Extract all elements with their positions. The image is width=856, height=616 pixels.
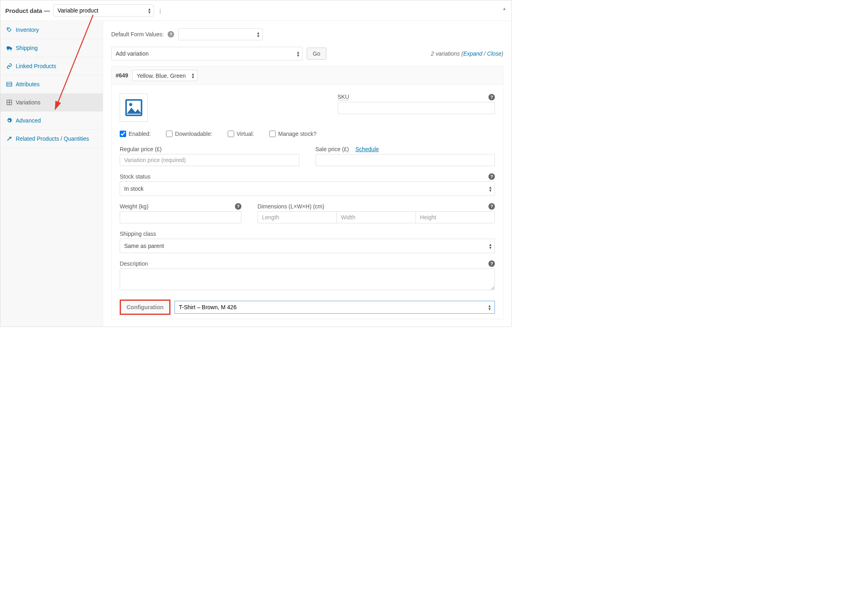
manage-stock-checkbox[interactable]: [269, 131, 276, 137]
variation-header[interactable]: #649 Yellow, Blue, Green ▴▾: [111, 66, 503, 85]
sku-input[interactable]: [338, 102, 495, 114]
default-form-values-label: Default Form Values:: [111, 31, 164, 37]
configuration-select[interactable]: T-Shirt – Brown, M 426: [175, 301, 495, 314]
tab-attributes[interactable]: Attributes: [0, 75, 103, 94]
enabled-checkbox-wrap[interactable]: Enabled:: [120, 131, 151, 137]
enabled-checkbox[interactable]: [120, 131, 126, 137]
configuration-title: Configuration: [120, 300, 170, 315]
shipping-class-label: Shipping class: [120, 231, 156, 237]
tab-advanced[interactable]: Advanced: [0, 112, 103, 130]
weight-input[interactable]: [120, 211, 241, 223]
tab-label: Linked Products: [16, 63, 56, 69]
length-input[interactable]: [258, 211, 337, 223]
tab-label: Attributes: [16, 81, 39, 87]
collapse-panel-icon[interactable]: ▲: [502, 6, 507, 11]
svg-rect-4: [7, 82, 12, 87]
tab-related-products[interactable]: Related Products / Quantities: [0, 130, 103, 148]
sale-price-input[interactable]: [316, 154, 495, 166]
help-icon[interactable]: ?: [488, 203, 495, 210]
regular-price-input[interactable]: [120, 154, 299, 166]
regular-price-label: Regular price (£): [120, 146, 162, 152]
truck-icon: [6, 46, 12, 50]
dimensions-label: Dimensions (L×W×H) (cm): [258, 203, 324, 210]
description-textarea[interactable]: [120, 268, 495, 290]
go-button[interactable]: Go: [307, 48, 326, 60]
manage-stock-checkbox-wrap[interactable]: Manage stock?: [269, 131, 316, 137]
stock-status-select[interactable]: In stock: [120, 181, 495, 196]
help-icon[interactable]: ?: [488, 173, 495, 180]
height-input[interactable]: [416, 211, 495, 223]
downloadable-checkbox[interactable]: [166, 131, 172, 137]
default-form-values-select[interactable]: [178, 28, 263, 40]
tab-variations[interactable]: Variations: [0, 94, 103, 112]
wrench-icon: [6, 136, 12, 142]
help-icon[interactable]: ?: [488, 260, 495, 267]
grid-icon: [6, 100, 12, 105]
sale-price-label: Sale price (£): [316, 146, 349, 152]
tab-label: Variations: [16, 99, 40, 106]
shipping-class-select[interactable]: Same as parent: [120, 239, 495, 253]
tab-linked-products[interactable]: Linked Products: [0, 57, 103, 75]
help-icon[interactable]: ?: [235, 203, 241, 210]
variation-id: #649: [116, 72, 128, 79]
panel-title: Product data —: [5, 7, 50, 14]
variation-action-select[interactable]: Add variation: [111, 47, 303, 60]
svg-point-11: [129, 103, 133, 106]
variations-count-text: 2 variations (Expand / Close): [431, 50, 503, 57]
link-icon: [6, 63, 12, 69]
weight-label: Weight (kg): [120, 203, 148, 210]
gear-icon: [6, 118, 12, 123]
svg-point-0: [8, 28, 8, 29]
tag-icon: [6, 27, 12, 33]
tab-label: Shipping: [16, 45, 38, 51]
expand-link[interactable]: Expand: [463, 50, 482, 57]
product-tabs: Inventory Shipping Linked Products Attri…: [0, 21, 103, 327]
tab-inventory[interactable]: Inventory: [0, 21, 103, 39]
downloadable-checkbox-wrap[interactable]: Downloadable:: [166, 131, 212, 137]
virtual-checkbox[interactable]: [228, 131, 234, 137]
variation-image-upload[interactable]: [120, 94, 148, 122]
list-icon: [6, 82, 12, 87]
sku-label: SKU: [338, 94, 349, 100]
width-input[interactable]: [337, 211, 416, 223]
svg-point-2: [7, 49, 8, 50]
stock-status-label: Stock status: [120, 173, 150, 180]
svg-rect-1: [6, 46, 10, 49]
tab-label: Advanced: [16, 117, 41, 124]
variation-attribute-select[interactable]: Yellow, Blue, Green: [132, 70, 197, 81]
help-icon[interactable]: ?: [168, 31, 174, 37]
tab-shipping[interactable]: Shipping: [0, 39, 103, 57]
help-icon[interactable]: ?: [488, 94, 495, 100]
tab-label: Inventory: [16, 27, 39, 33]
tab-label: Related Products / Quantities: [16, 135, 89, 142]
close-link[interactable]: Close: [487, 50, 502, 57]
product-type-select[interactable]: Variable product: [53, 4, 154, 17]
virtual-checkbox-wrap[interactable]: Virtual:: [228, 131, 254, 137]
svg-point-3: [10, 49, 12, 50]
schedule-link[interactable]: Schedule: [355, 146, 379, 152]
description-label: Description: [120, 260, 148, 267]
header-divider: |: [160, 8, 161, 14]
